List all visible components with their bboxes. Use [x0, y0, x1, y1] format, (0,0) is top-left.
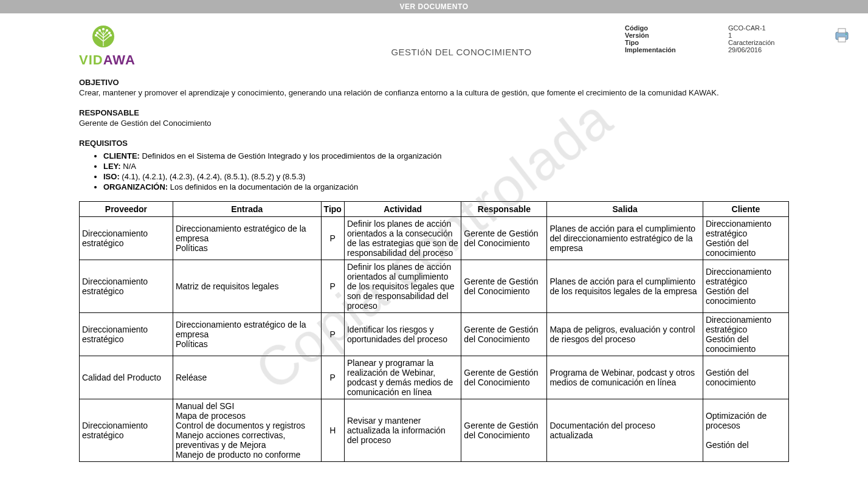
table-cell-tipo: P [321, 356, 344, 399]
table-cell-actividad: Revisar y mantener actualizada la inform… [344, 399, 461, 462]
objetivo-heading: OBJETIVO [79, 78, 789, 87]
column-header: Proveedor [80, 202, 173, 217]
svg-rect-10 [838, 37, 846, 42]
column-header: Actividad [344, 202, 461, 217]
column-header: Responsable [461, 202, 547, 217]
table-cell-responsable: Gerente de Gestión del Conocimiento [461, 260, 547, 313]
meta-value-version: 1 [728, 32, 801, 39]
table-cell-tipo: H [321, 399, 344, 462]
meta-label-impl: Implementación [625, 46, 728, 53]
table-cell-responsable: Gerente de Gestión del Conocimiento [461, 399, 547, 462]
svg-point-2 [110, 35, 112, 36]
table-cell-proveedor: Direccionamiento estratégico [80, 399, 173, 462]
svg-point-3 [97, 32, 98, 34]
meta-value-impl: 29/06/2016 [728, 46, 801, 53]
top-bar: VER DOCUMENTO [0, 0, 868, 13]
logo: VIDAWA [79, 24, 136, 68]
document-body: OBJETIVO Crear, mantener y promover el a… [0, 68, 868, 474]
svg-point-11 [846, 33, 847, 35]
process-table: ProveedorEntradaTipoActividadResponsable… [79, 201, 789, 462]
table-row: Direccionamiento estratégicoMatriz de re… [80, 260, 789, 313]
column-header: Entrada [173, 202, 321, 217]
meta-value-codigo: GCO-CAR-1 [728, 24, 801, 32]
objetivo-text: Crear, mantener y promover el aprendizaj… [79, 88, 789, 97]
requisitos-heading: REQUISITOS [79, 139, 789, 148]
table-row: Direccionamiento estratégicoManual del S… [80, 399, 789, 462]
list-item: LEY: N/A [103, 162, 789, 171]
table-cell-cliente: Gestión del conocimiento [703, 356, 788, 399]
table-cell-salida: Documentación del proceso actualizada [547, 399, 703, 462]
table-cell-cliente: Direccionamiento estratégicoGestión del … [703, 313, 788, 356]
table-cell-proveedor: Calidad del Producto [80, 356, 173, 399]
table-header-row: ProveedorEntradaTipoActividadResponsable… [80, 202, 789, 217]
table-cell-proveedor: Direccionamiento estratégico [80, 313, 173, 356]
table-cell-actividad: Definir los planes de acción orientados … [344, 217, 461, 260]
table-cell-salida: Mapa de peligros, evaluación y control d… [547, 313, 703, 356]
document-meta: CódigoGCO-CAR-1 Versión1 TipoCaracteriza… [625, 24, 801, 53]
table-cell-cliente: Direccionamiento estratégicoGestión del … [703, 217, 788, 260]
meta-label-version: Versión [625, 32, 728, 39]
table-cell-salida: Planes de acción para el cumplimiento de… [547, 260, 703, 313]
svg-rect-9 [838, 29, 846, 33]
svg-point-1 [95, 35, 97, 36]
table-body: Direccionamiento estratégicoDireccionami… [80, 217, 789, 462]
svg-point-7 [103, 29, 105, 30]
table-cell-salida: Planes de acción para el cumplimiento de… [547, 217, 703, 260]
meta-label-tipo: Tipo [625, 39, 728, 46]
logo-text: VIDAWA [79, 52, 136, 68]
table-cell-entrada: Reléase [173, 356, 321, 399]
table-row: Direccionamiento estratégicoDireccionami… [80, 217, 789, 260]
table-cell-actividad: Planear y programar la realización de We… [344, 356, 461, 399]
svg-point-5 [99, 30, 101, 32]
table-cell-tipo: P [321, 313, 344, 356]
table-cell-entrada: Direccionamiento estratégico de la empre… [173, 313, 321, 356]
table-cell-salida: Programa de Webinar, podcast y otros med… [547, 356, 703, 399]
table-cell-responsable: Gerente de Gestión del Conocimiento [461, 217, 547, 260]
table-cell-proveedor: Direccionamiento estratégico [80, 217, 173, 260]
list-item: ISO: (4.1), (4.2.1), (4.2.3), (4.2.4), (… [103, 172, 789, 181]
list-item: ORGANIZACIÓN: Los definidos en la docume… [103, 182, 789, 191]
svg-point-4 [109, 32, 111, 34]
table-cell-tipo: P [321, 260, 344, 313]
table-row: Direccionamiento estratégicoDireccionami… [80, 313, 789, 356]
print-icon[interactable] [833, 27, 851, 46]
table-cell-responsable: Gerente de Gestión del Conocimiento [461, 356, 547, 399]
table-cell-actividad: Definir los planes de acción orientados … [344, 260, 461, 313]
svg-point-6 [106, 30, 108, 32]
table-cell-responsable: Gerente de Gestión del Conocimiento [461, 313, 547, 356]
table-row: Calidad del ProductoReléasePPlanear y pr… [80, 356, 789, 399]
requisitos-list: CLIENTE: Definidos en el Sistema de Gest… [103, 151, 789, 191]
table-cell-entrada: Matriz de requisitos legales [173, 260, 321, 313]
table-cell-proveedor: Direccionamiento estratégico [80, 260, 173, 313]
table-cell-entrada: Manual del SGIMapa de procesosControl de… [173, 399, 321, 462]
meta-label-codigo: Código [625, 24, 728, 32]
list-item: CLIENTE: Definidos en el Sistema de Gest… [103, 151, 789, 160]
document-header: VIDAWA GESTIóN DEL CONOCIMIENTO CódigoGC… [0, 13, 868, 68]
table-cell-cliente: Optimización de procesosGestión del [703, 399, 788, 462]
column-header: Cliente [703, 202, 788, 217]
responsable-text: Gerente de Gestión del Conocimiento [79, 119, 789, 128]
column-header: Tipo [321, 202, 344, 217]
table-cell-tipo: P [321, 217, 344, 260]
table-cell-cliente: Direccionamiento estratégicoGestión del … [703, 260, 788, 313]
meta-value-tipo: Caracterización [728, 39, 801, 46]
table-cell-actividad: Identificar los riesgos y oportunidades … [344, 313, 461, 356]
table-cell-entrada: Direccionamiento estratégico de la empre… [173, 217, 321, 260]
responsable-heading: RESPONSABLE [79, 108, 789, 117]
column-header: Salida [547, 202, 703, 217]
